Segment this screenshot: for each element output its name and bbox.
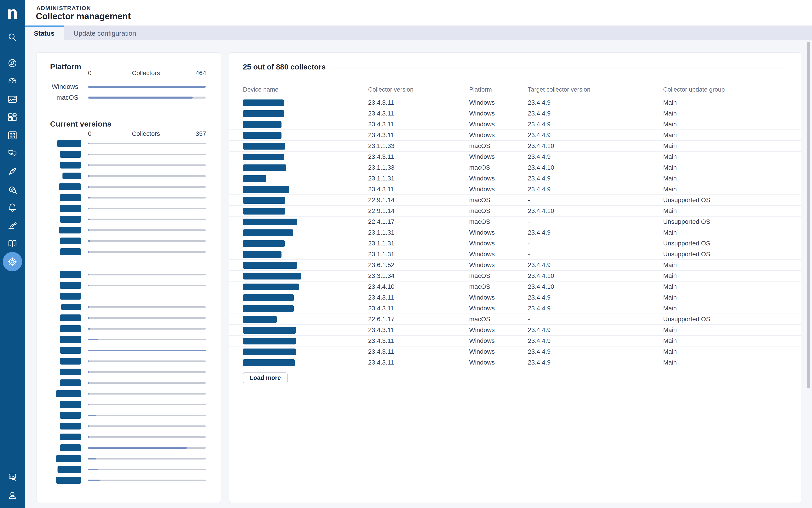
collectors-count-heading: 25 out of 880 collectors [243, 63, 326, 71]
table-row[interactable]: 23.4.3.11Windows23.4.4.9Main [229, 152, 801, 162]
cell-collector-update-group: Main [663, 141, 677, 151]
cell-collector-version: 23.4.3.11 [368, 108, 394, 119]
redacted-version-label [56, 477, 81, 483]
sidebar-item-support-chat-icon[interactable] [0, 468, 25, 486]
table-row[interactable]: 23.1.1.31Windows23.4.4.9Main [229, 173, 801, 184]
redacted-version-label [60, 433, 81, 440]
version-bar-track [88, 447, 206, 449]
cell-platform: macOS [469, 314, 490, 324]
table-row[interactable]: 23.1.1.33macOS23.4.4.10Main [229, 141, 801, 152]
table-row[interactable]: 22.9.1.14macOS23.4.4.10Main [229, 206, 801, 217]
redacted-device-name [243, 251, 282, 258]
table-row[interactable]: 23.4.3.11Windows23.4.4.9Main [229, 325, 801, 336]
cell-collector-version: 23.1.1.33 [368, 141, 394, 151]
version-bar-row [37, 356, 221, 367]
vertical-scrollbar-thumb[interactable] [807, 42, 810, 388]
sidebar-item-rocket-icon[interactable] [0, 162, 25, 180]
cell-platform: Windows [469, 238, 495, 249]
load-more-button[interactable]: Load more [243, 372, 288, 383]
redacted-device-name [243, 175, 266, 182]
current-versions-chart-title: Current versions [50, 120, 112, 128]
tab-update-configuration[interactable]: Update configuration [63, 26, 146, 40]
table-row[interactable]: 23.4.3.11Windows23.4.4.9Main [229, 108, 801, 119]
cell-target-collector-version: - [528, 238, 530, 249]
dashboards-grid-icon [7, 112, 18, 123]
cell-platform: Windows [469, 303, 495, 313]
search-icon [7, 32, 18, 43]
cell-platform: Windows [469, 325, 495, 335]
version-bar-fill [88, 306, 89, 308]
sidebar-item-apps-grid-icon[interactable] [0, 126, 25, 144]
table-row[interactable]: 23.4.4.10macOS23.4.4.10Main [229, 282, 801, 292]
cell-collector-version: 22.9.1.14 [368, 195, 394, 205]
version-bar-row [37, 431, 221, 442]
cell-collector-version: 23.4.3.11 [368, 152, 394, 162]
cell-target-collector-version: 23.4.4.9 [528, 173, 551, 184]
sidebar-item-settings-gear-icon[interactable] [0, 253, 25, 271]
version-bar-track [88, 382, 206, 384]
cell-collector-update-group: Main [663, 130, 677, 140]
sidebar-item-feedback-bubbles-icon[interactable] [0, 144, 25, 162]
table-row[interactable]: 22.9.1.14macOS-Unsupported OS [229, 195, 801, 206]
redacted-version-label [60, 325, 81, 332]
table-row[interactable]: 23.1.1.31Windows-Unsupported OS [229, 238, 801, 249]
cell-collector-update-group: Main [663, 152, 677, 162]
redacted-device-name [243, 132, 282, 139]
sidebar-item-search-icon[interactable] [0, 28, 25, 46]
sidebar-item-alerts-bell-icon[interactable] [0, 199, 25, 217]
table-row[interactable]: 23.4.3.11Windows23.4.4.9Main [229, 130, 801, 141]
table-row[interactable]: 23.4.3.11Windows23.4.4.9Main [229, 97, 801, 108]
cell-platform: macOS [469, 195, 490, 205]
version-bar-fill [88, 197, 90, 199]
version-bar-fill [88, 371, 89, 373]
table-row[interactable]: 22.4.1.17macOS-Unsupported OS [229, 217, 801, 227]
sidebar-item-integrations-icon[interactable] [0, 217, 25, 235]
version-bar-row [37, 475, 221, 486]
table-row[interactable]: 23.4.3.11Windows23.4.4.9Main [229, 119, 801, 130]
sidebar-item-dashboards-grid-icon[interactable] [0, 108, 25, 126]
table-row[interactable]: 23.3.1.34macOS23.4.4.10Main [229, 271, 801, 282]
version-bar-track [88, 393, 206, 394]
cell-platform: Windows [469, 108, 495, 119]
sidebar-item-user-profile-icon[interactable] [0, 486, 25, 505]
netdata-logo[interactable]: n [0, 1, 25, 24]
cell-collector-update-group: Unsupported OS [663, 314, 710, 324]
cell-collector-update-group: Main [663, 292, 677, 303]
cell-platform: Windows [469, 227, 495, 238]
table-row[interactable]: 23.1.1.31Windows23.4.4.9Main [229, 227, 801, 238]
redacted-version-label [60, 248, 81, 255]
table-row[interactable]: 23.4.3.11Windows23.4.4.9Main [229, 357, 801, 368]
cell-platform: Windows [469, 97, 495, 108]
cell-target-collector-version: 23.4.4.9 [528, 325, 551, 335]
integrations-icon [7, 220, 18, 231]
table-row[interactable]: 23.4.3.11Windows23.4.4.9Main [229, 346, 801, 357]
breadcrumb-section-label: ADMINISTRATION [36, 5, 91, 11]
table-row[interactable]: 23.4.3.11Windows23.4.4.9Main [229, 336, 801, 346]
sidebar-item-documentation-book-icon[interactable] [0, 235, 25, 253]
column-header-device-name: Device name [243, 86, 279, 93]
version-bar-track [88, 404, 206, 406]
table-row[interactable]: 23.4.3.11Windows23.4.4.9Main [229, 184, 801, 195]
platform-bar-track [88, 96, 206, 98]
redacted-device-name [243, 110, 284, 117]
table-row[interactable]: 23.1.1.31Windows-Unsupported OS [229, 249, 801, 260]
sidebar-item-anomaly-search-icon[interactable] [0, 180, 25, 199]
table-row[interactable]: 23.1.1.33macOS23.4.4.10Main [229, 162, 801, 173]
table-row[interactable]: 22.6.1.17macOS-Unsupported OS [229, 314, 801, 325]
table-row[interactable]: 23.6.1.52Windows23.4.4.9Main [229, 260, 801, 271]
version-bar-row [37, 236, 221, 246]
heading-divider [329, 69, 787, 69]
table-row[interactable]: 23.4.3.11Windows23.4.4.9Main [229, 303, 801, 314]
tab-status[interactable]: Status [25, 26, 63, 40]
redacted-version-label [60, 314, 81, 321]
version-bar-row [37, 421, 221, 431]
version-bar-track [88, 339, 206, 340]
table-row[interactable]: 23.4.3.11Windows23.4.4.9Main [229, 292, 801, 303]
sidebar-item-compass-icon[interactable] [0, 54, 25, 72]
cell-platform: Windows [469, 292, 495, 303]
sidebar-item-chart-window-icon[interactable] [0, 90, 25, 108]
sidebar-item-gauge-icon[interactable] [0, 72, 25, 90]
version-bar-fill [88, 186, 89, 188]
cell-target-collector-version: 23.4.4.9 [528, 108, 551, 119]
version-bar-track [88, 219, 206, 220]
